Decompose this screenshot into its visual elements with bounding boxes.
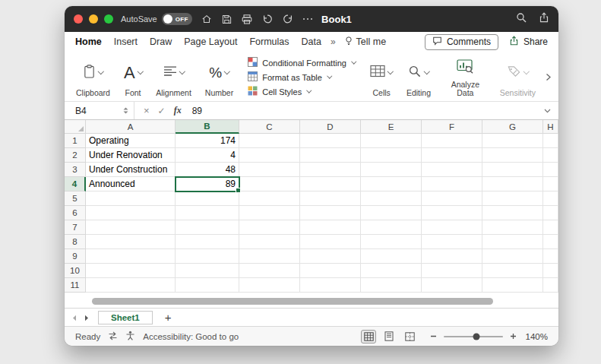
double-arrow-icon[interactable]	[108, 331, 118, 342]
cell-B2[interactable]: 4	[176, 148, 239, 163]
cell-G9[interactable]	[482, 249, 543, 264]
cell-B7[interactable]	[176, 220, 239, 235]
cell-D2[interactable]	[300, 148, 361, 163]
cell-B9[interactable]	[176, 249, 239, 264]
row-header-8[interactable]: 8	[65, 235, 86, 249]
cell-F5[interactable]	[422, 191, 482, 206]
zoom-button[interactable]	[104, 14, 113, 24]
row-header-5[interactable]: 5	[65, 191, 86, 206]
column-header-C[interactable]: C	[239, 120, 300, 134]
tell-me-control[interactable]: Tell me	[345, 36, 387, 49]
cell-B8[interactable]	[176, 235, 239, 249]
cell-H9[interactable]	[543, 249, 558, 264]
add-sheet-button[interactable]: +	[162, 312, 175, 323]
autosave-control[interactable]: AutoSave OFF	[121, 13, 192, 25]
cell-A2[interactable]: Under Renovation	[86, 148, 176, 163]
cell-E5[interactable]	[361, 191, 422, 206]
accessibility-icon[interactable]	[125, 331, 135, 342]
cell-B5[interactable]	[176, 191, 239, 206]
cell-D1[interactable]	[300, 134, 361, 148]
row-header-6[interactable]: 6	[65, 206, 86, 220]
row-header-4[interactable]: 4	[65, 177, 86, 191]
cell-F4[interactable]	[422, 177, 482, 191]
sensitivity-group[interactable]: Sensitivity	[496, 55, 539, 100]
cell-G1[interactable]	[482, 134, 543, 148]
row-header-9[interactable]: 9	[65, 249, 86, 264]
cell-F7[interactable]	[422, 220, 482, 235]
cell-G10[interactable]	[482, 264, 543, 278]
tab-page-layout[interactable]: Page Layout	[184, 36, 237, 47]
horizontal-scrollbar[interactable]	[92, 298, 493, 305]
cell-A3[interactable]: Under Construction	[86, 163, 176, 177]
conditional-formatting-button[interactable]: Conditional Formatting	[248, 57, 356, 68]
cell-E1[interactable]	[361, 134, 422, 148]
cell-B6[interactable]	[176, 206, 239, 220]
zoom-in-icon[interactable]	[510, 332, 517, 341]
cell-D5[interactable]	[300, 191, 361, 206]
column-header-F[interactable]: F	[422, 120, 482, 134]
alignment-group[interactable]: Alignment	[152, 55, 195, 100]
cell-F10[interactable]	[422, 264, 482, 278]
cell-B4[interactable]: 89	[176, 177, 239, 191]
comments-button[interactable]: Comments	[425, 34, 498, 50]
cell-H11[interactable]	[543, 278, 558, 293]
cell-C5[interactable]	[239, 191, 300, 206]
cell-G5[interactable]	[482, 191, 543, 206]
ribbon-overflow-arrow[interactable]	[546, 71, 552, 84]
cell-B11[interactable]	[176, 278, 239, 293]
cell-D6[interactable]	[300, 206, 361, 220]
cell-D10[interactable]	[300, 264, 361, 278]
cell-F11[interactable]	[422, 278, 482, 293]
cell-D3[interactable]	[300, 163, 361, 177]
cell-G8[interactable]	[482, 235, 543, 249]
row-header-7[interactable]: 7	[65, 220, 86, 235]
zoom-slider[interactable]	[444, 336, 503, 337]
sheet-tab-sheet1[interactable]: Sheet1	[98, 311, 153, 324]
cell-H2[interactable]	[543, 148, 558, 163]
cells-group[interactable]: Cells	[366, 55, 397, 100]
print-icon[interactable]	[242, 14, 252, 24]
cell-E10[interactable]	[361, 264, 422, 278]
cell-E9[interactable]	[361, 249, 422, 264]
previous-sheet-arrow-icon[interactable]	[72, 311, 77, 324]
fx-icon[interactable]: fx	[174, 105, 182, 116]
cell-C8[interactable]	[239, 235, 300, 249]
cell-C1[interactable]	[239, 134, 300, 148]
cell-styles-button[interactable]: Cell Styles	[248, 86, 356, 97]
cell-E7[interactable]	[361, 220, 422, 235]
cell-E4[interactable]	[361, 177, 422, 191]
column-header-A[interactable]: A	[86, 120, 176, 134]
more-icon[interactable]	[303, 18, 313, 21]
zoom-out-icon[interactable]	[430, 332, 437, 341]
accessibility-status[interactable]: Accessibility: Good to go	[143, 332, 239, 341]
search-icon[interactable]	[516, 12, 527, 26]
cell-C11[interactable]	[239, 278, 300, 293]
cell-C4[interactable]	[239, 177, 300, 191]
cell-G6[interactable]	[482, 206, 543, 220]
redo-icon[interactable]	[283, 14, 293, 24]
cell-A7[interactable]	[86, 220, 176, 235]
zoom-percent[interactable]: 140%	[524, 332, 548, 341]
cell-C2[interactable]	[239, 148, 300, 163]
column-header-G[interactable]: G	[482, 120, 543, 134]
cell-G3[interactable]	[482, 163, 543, 177]
row-header-1[interactable]: 1	[65, 134, 86, 148]
column-header-D[interactable]: D	[300, 120, 361, 134]
cell-F9[interactable]	[422, 249, 482, 264]
page-layout-view-icon[interactable]	[381, 330, 397, 343]
clipboard-group[interactable]: Clipboard	[72, 55, 114, 100]
cell-G7[interactable]	[482, 220, 543, 235]
cell-D7[interactable]	[300, 220, 361, 235]
cell-D9[interactable]	[300, 249, 361, 264]
cell-F2[interactable]	[422, 148, 482, 163]
name-box-stepper[interactable]	[123, 107, 128, 114]
share-icon[interactable]	[539, 12, 549, 26]
cell-A8[interactable]	[86, 235, 176, 249]
cell-H1[interactable]	[543, 134, 558, 148]
column-header-B[interactable]: B	[176, 120, 239, 134]
cell-G2[interactable]	[482, 148, 543, 163]
tab-formulas[interactable]: Formulas	[249, 36, 289, 47]
save-icon[interactable]	[222, 14, 232, 24]
select-all-corner[interactable]	[65, 120, 86, 134]
close-button[interactable]	[74, 14, 83, 24]
